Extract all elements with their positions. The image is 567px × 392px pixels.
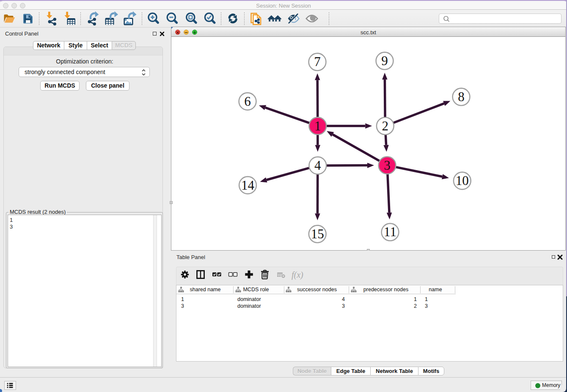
svg-text:15: 15: [311, 226, 324, 241]
svg-text:6: 6: [244, 94, 251, 109]
svg-text:f(x): f(x): [292, 270, 303, 280]
svg-text:7: 7: [314, 54, 321, 69]
svg-text:2: 2: [382, 119, 389, 133]
svg-text:4: 4: [314, 158, 321, 173]
svg-text:11: 11: [384, 224, 396, 239]
svg-text:10: 10: [456, 173, 469, 188]
svg-text:14: 14: [241, 178, 255, 193]
svg-text:3: 3: [384, 158, 391, 173]
svg-text:9: 9: [381, 53, 388, 68]
svg-text:8: 8: [458, 89, 465, 104]
svg-text:1: 1: [314, 119, 321, 133]
